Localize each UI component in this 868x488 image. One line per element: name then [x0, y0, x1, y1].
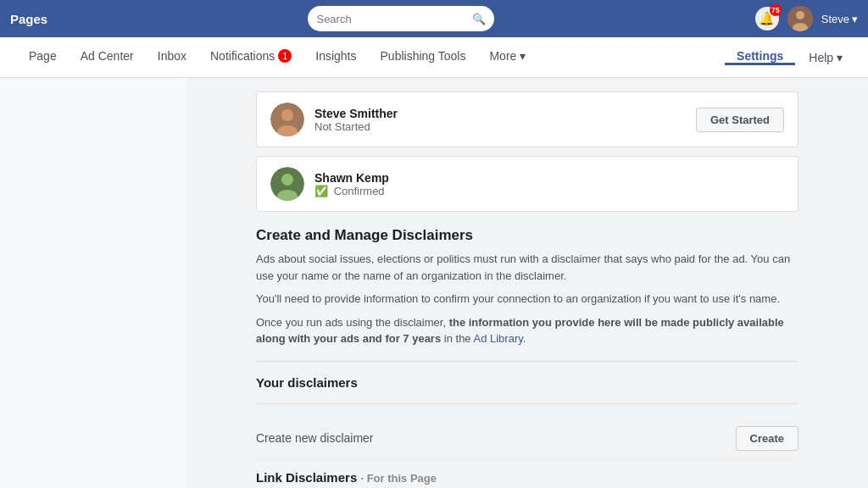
- svg-point-1: [796, 11, 804, 19]
- topbar-right: 🔔 75 Steve ▾: [755, 6, 858, 31]
- nav-label-insights: Insights: [315, 49, 356, 63]
- nav-label-help: Help ▾: [809, 51, 843, 64]
- nav-item-more[interactable]: More ▾: [477, 37, 537, 77]
- avatar: [787, 6, 813, 31]
- search-bar[interactable]: 🔍: [308, 6, 494, 31]
- person-card-shawn: Shawn Kemp ✅ Confirmed: [256, 156, 798, 212]
- navbar-left: Page Ad Center Inbox Notifications 1 Ins…: [17, 37, 537, 77]
- create-disclaimer-button[interactable]: Create: [736, 426, 798, 451]
- person-name-shawn: Shawn Kemp: [314, 171, 389, 185]
- nav-item-help[interactable]: Help ▾: [800, 51, 851, 64]
- nav-label-inbox: Inbox: [158, 49, 186, 63]
- nav-item-inbox[interactable]: Inbox: [146, 37, 198, 77]
- nav-item-page[interactable]: Page: [17, 37, 69, 77]
- content-inner: Steve Smitther Not Started Get Started: [239, 78, 815, 488]
- person-left-shawn: Shawn Kemp ✅ Confirmed: [270, 167, 389, 201]
- link-disclaimers-section: Link Disclaimers · For this Page You'll …: [256, 470, 798, 489]
- disclaimers-section: Create and Manage Disclaimers Ads about …: [256, 227, 798, 460]
- navbar-right: Settings Help ▾: [725, 49, 851, 65]
- confirmed-check-icon: ✅: [314, 185, 328, 197]
- avatar-steve: [270, 103, 304, 136]
- avatar-steve-image: [270, 103, 304, 136]
- search-input[interactable]: [316, 13, 467, 25]
- nav-label-more: More ▾: [489, 49, 526, 63]
- link-subtitle: · For this Page: [360, 472, 437, 485]
- notification-count-badge: 75: [770, 4, 782, 16]
- content-area: Steve Smitther Not Started Get Started: [186, 78, 868, 488]
- your-disclaimers-title: Your disclaimers: [256, 375, 798, 390]
- user-dropdown-icon: ▾: [852, 13, 858, 25]
- person-name-steve: Steve Smitther: [314, 107, 398, 120]
- person-left-steve: Steve Smitther Not Started: [270, 103, 398, 136]
- nav-label-publishing-tools: Publishing Tools: [381, 49, 466, 63]
- nav-label-notifications: Notifications: [210, 49, 275, 63]
- topbar: Pages 🔍 🔔 75 Steve ▾: [0, 0, 868, 37]
- person-info-steve: Steve Smitther Not Started: [314, 107, 398, 133]
- link-disclaimers-title: Link Disclaimers · For this Page: [256, 470, 798, 485]
- nav-label-page: Page: [29, 49, 57, 63]
- svg-point-7: [281, 174, 293, 186]
- para3-end: .: [523, 332, 526, 345]
- nav-label-ad-center: Ad Center: [81, 49, 134, 63]
- link-title-text: Link Disclaimers: [256, 470, 357, 485]
- avatar-shawn: [270, 167, 304, 201]
- brand-label: Pages: [10, 12, 47, 26]
- person-info-shawn: Shawn Kemp ✅ Confirmed: [314, 171, 389, 197]
- ad-library-link[interactable]: Ad Library: [473, 332, 522, 345]
- nav-item-notifications[interactable]: Notifications 1: [198, 37, 303, 77]
- avatar-image: [787, 6, 813, 31]
- nav-item-settings[interactable]: Settings: [725, 49, 795, 65]
- disclaimers-para2: You'll need to provide information to co…: [256, 291, 798, 308]
- create-disclaimer-label: Create new disclaimer: [256, 431, 374, 445]
- get-started-button[interactable]: Get Started: [696, 108, 784, 132]
- create-disclaimer-row: Create new disclaimer Create: [256, 418, 798, 460]
- sidebar: [0, 78, 186, 488]
- notifications-badge: 1: [278, 49, 292, 63]
- person-card-steve: Steve Smitther Not Started Get Started: [256, 92, 798, 147]
- section-divider-2: [256, 403, 798, 404]
- navbar: Page Ad Center Inbox Notifications 1 Ins…: [0, 37, 868, 78]
- topbar-left: Pages: [10, 12, 47, 26]
- person-status-steve: Not Started: [314, 120, 398, 133]
- nav-item-insights[interactable]: Insights: [303, 37, 368, 77]
- avatar-shawn-image: [270, 167, 304, 201]
- person-status-shawn: ✅ Confirmed: [314, 185, 389, 197]
- disclaimers-title: Create and Manage Disclaimers: [256, 227, 798, 244]
- para3-suffix: in the: [441, 332, 473, 345]
- disclaimers-para1: Ads about social issues, elections or po…: [256, 251, 798, 284]
- confirmed-label: Confirmed: [334, 185, 385, 197]
- svg-point-4: [281, 109, 293, 121]
- search-icon: 🔍: [472, 13, 486, 25]
- para3-prefix: Once you run ads using the disclaimer,: [256, 316, 449, 329]
- section-divider-1: [256, 361, 798, 362]
- nav-label-settings: Settings: [737, 49, 783, 63]
- nav-item-ad-center[interactable]: Ad Center: [69, 37, 146, 77]
- disclaimers-para3: Once you run ads using the disclaimer, t…: [256, 314, 798, 347]
- main-content: Steve Smitther Not Started Get Started: [0, 78, 868, 488]
- user-name-text: Steve: [821, 13, 849, 25]
- notification-bell[interactable]: 🔔 75: [755, 7, 779, 30]
- nav-item-publishing-tools[interactable]: Publishing Tools: [369, 37, 478, 77]
- user-name[interactable]: Steve ▾: [821, 13, 858, 25]
